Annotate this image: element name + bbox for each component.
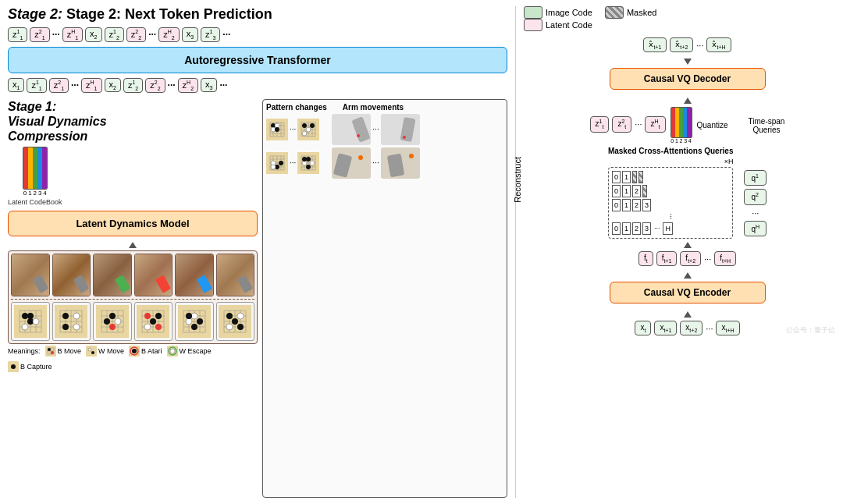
obs-x6: x6 bbox=[216, 254, 255, 296]
go-board-5 bbox=[175, 302, 214, 341]
tok2-zH-1: zH1 bbox=[81, 78, 101, 93]
ellipsis2: ··· bbox=[148, 29, 156, 40]
q-box-1: q1 bbox=[744, 170, 767, 186]
legend-image-code: Image Code bbox=[524, 6, 592, 19]
masked-swatch bbox=[605, 6, 624, 19]
q-box-H: qH bbox=[744, 221, 767, 236]
stage1-right-panel: Pattern changes Arm movements ··· bbox=[262, 99, 507, 498]
token-z1-2: z12 bbox=[105, 27, 124, 42]
quantize-label: Quantize bbox=[697, 121, 728, 130]
meaning-wmove: W Move bbox=[86, 346, 124, 357]
svg-point-27 bbox=[62, 313, 69, 319]
image-code-swatch bbox=[524, 6, 542, 19]
pattern-titles: Pattern changes Arm movements bbox=[266, 103, 503, 112]
svg-point-93 bbox=[237, 324, 244, 330]
ellipsis4: ··· bbox=[71, 80, 79, 91]
output-tokens-row: x̂t+1 x̂t+2 ··· x̂t+H bbox=[643, 37, 731, 52]
svg-point-77 bbox=[186, 313, 192, 319]
svg-point-61 bbox=[155, 324, 162, 330]
arrow-up-4 bbox=[684, 272, 692, 279]
latent-dynamics-box: Latent Dynamics Model bbox=[8, 211, 258, 236]
x-token-tH: xt+H bbox=[716, 321, 739, 335]
right-diagram: x̂t+1 x̂t+2 ··· x̂t+H Causal VQ Decoder … bbox=[524, 37, 835, 335]
mca-cell-0-m2 bbox=[638, 171, 643, 183]
svg-point-142 bbox=[306, 127, 311, 132]
svg-point-42 bbox=[104, 318, 110, 325]
legend-row2: Latent Code bbox=[524, 19, 835, 31]
svg-rect-103 bbox=[86, 346, 97, 357]
svg-point-105 bbox=[91, 351, 94, 354]
svg-point-43 bbox=[109, 313, 116, 319]
meanings-row: Meanings: B Move W Move B Atari bbox=[8, 346, 258, 372]
tok2-x3: x3 bbox=[201, 78, 217, 92]
mca-cell-2-2: 2 bbox=[632, 199, 641, 211]
z-tokens-row: z1t z2t ··· zHt bbox=[590, 116, 666, 132]
svg-point-113 bbox=[11, 364, 16, 369]
meaning-bcapture: B Capture bbox=[8, 361, 52, 372]
f-token-t2: ft+2 bbox=[680, 251, 701, 266]
left-panel: Stage 2: Stage 2: Next Token Prediction … bbox=[8, 6, 507, 498]
out-token-2: x̂t+2 bbox=[670, 37, 693, 52]
svg-point-107 bbox=[132, 349, 137, 353]
token-z2-2: z22 bbox=[126, 27, 146, 42]
vq-decoder: Causal VQ Decoder bbox=[610, 68, 766, 90]
svg-point-140 bbox=[302, 123, 307, 128]
legend-row: Image Code Masked bbox=[524, 6, 835, 19]
svg-point-59 bbox=[155, 313, 162, 319]
obs-x2: x2 bbox=[52, 254, 91, 296]
transformer-box: Autoregressive Transformer bbox=[8, 47, 507, 73]
svg-point-92 bbox=[226, 324, 233, 330]
f-tokens-row: ft ft+1 ft+2 ··· ft+H bbox=[638, 251, 736, 266]
arrow-up-2 bbox=[684, 98, 692, 104]
z-token-1: z1t bbox=[590, 116, 610, 132]
svg-point-30 bbox=[73, 324, 80, 330]
svg-point-75 bbox=[197, 318, 203, 325]
go-board-2 bbox=[52, 302, 91, 341]
token-z2-1: z21 bbox=[30, 27, 49, 42]
svg-point-102 bbox=[51, 351, 54, 354]
token-z1-3: z13 bbox=[201, 27, 220, 42]
svg-point-15 bbox=[27, 313, 34, 319]
go-grid bbox=[11, 302, 254, 341]
f-token-tH: ft+H bbox=[714, 251, 736, 266]
x-tokens-row: xt xt+1 xt+2 ··· xt+H bbox=[635, 321, 739, 335]
mca-cell-3-H: H bbox=[663, 222, 673, 235]
top-token-row: z11 z21 ··· zH1 x2 z12 z22 ··· zH2 x3 z1… bbox=[8, 27, 507, 42]
mca-cell-0-0: 0 bbox=[612, 171, 621, 183]
svg-point-174 bbox=[302, 157, 307, 161]
timespan-label: Time-spanQueries bbox=[749, 117, 785, 134]
pattern-title2: Arm movements bbox=[343, 103, 404, 112]
pattern-title1: Pattern changes bbox=[266, 103, 327, 112]
tok2-zH-2: zH2 bbox=[178, 78, 198, 93]
ellipsis1: ··· bbox=[52, 29, 60, 40]
mca-cell-2-0: 0 bbox=[612, 199, 621, 211]
svg-point-104 bbox=[88, 348, 91, 351]
x-token-t2: xt+2 bbox=[680, 321, 702, 335]
stage1-title: Stage 1:Visual DynamicsCompression bbox=[8, 99, 258, 144]
vq-encoder: Causal VQ Encoder bbox=[610, 282, 766, 303]
svg-point-158 bbox=[271, 165, 276, 169]
mca-cell-3-3: 3 bbox=[642, 222, 651, 235]
svg-point-29 bbox=[62, 324, 69, 330]
tok2-z2-1: z21 bbox=[49, 78, 69, 93]
reconstruct-label: Reconstruct bbox=[513, 157, 522, 203]
x-token-t1: xt+1 bbox=[654, 321, 677, 335]
svg-point-11 bbox=[22, 313, 28, 319]
mca-cell-1-1: 1 bbox=[622, 185, 631, 197]
svg-point-28 bbox=[73, 313, 80, 319]
stage2-title: Stage 2: Stage 2: Next Token Prediction bbox=[8, 6, 507, 23]
mca-cell-3-0: 0 bbox=[612, 222, 621, 235]
latent-code-label: Latent Code bbox=[546, 20, 592, 30]
mca-cell-0-m1 bbox=[632, 171, 637, 183]
obs-x5: x5 bbox=[175, 254, 214, 296]
svg-point-128 bbox=[275, 127, 279, 132]
mca-cell-1-2: 2 bbox=[632, 185, 641, 197]
meaning-batari: B Atari bbox=[129, 346, 162, 357]
codebook-bar bbox=[23, 147, 48, 190]
svg-point-13 bbox=[22, 324, 28, 330]
go-board-1 bbox=[11, 302, 50, 341]
tok2-z1-1: z11 bbox=[27, 78, 46, 93]
token-z1-1: z11 bbox=[8, 27, 27, 42]
svg-point-172 bbox=[306, 165, 311, 169]
dots-h: ··· bbox=[653, 222, 662, 235]
